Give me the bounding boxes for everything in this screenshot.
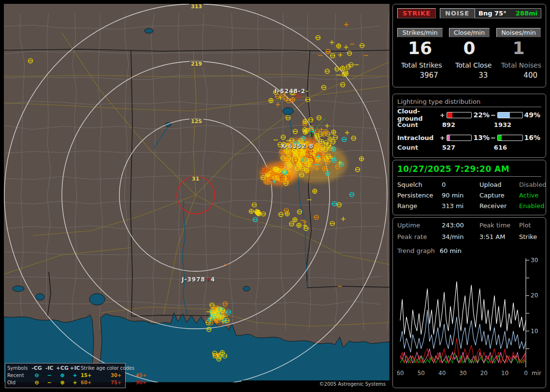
total-noises-value: 400 (523, 71, 541, 80)
range-ring-label: 31 (190, 176, 201, 182)
storm-cell-label: I-5248-2– (275, 88, 309, 95)
age-code-label: 60+ (81, 379, 111, 386)
legend-header: -CG (30, 364, 43, 372)
total-close-value: 33 (478, 71, 492, 80)
ic-neg-pct: 16% (524, 134, 541, 141)
stats-box: Uptime 243:00 Peak time Plot Peak rate 3… (392, 217, 546, 388)
strike-symbol-icon: ⊖ (30, 379, 43, 386)
distribution-box: Lightning type distribution Cloud-ground… (392, 94, 546, 158)
receiver-value: Enabled (519, 202, 546, 210)
storm-cell-label: X-6352-8 (281, 143, 314, 150)
uptime-value: 243:00 (442, 222, 479, 229)
squelch-value: 0 (442, 181, 479, 188)
ic-pos-count: 527 (442, 144, 494, 151)
capture-label: Capture (479, 192, 519, 199)
cg-pos-bar (447, 112, 472, 118)
strikes-per-min-value: 16 (397, 39, 443, 57)
age-code-label: 90+ (136, 379, 159, 386)
svg-text:20: 20 (480, 370, 488, 377)
age-code-label: 15+ (81, 372, 111, 379)
cg-pos-count: 892 (442, 121, 494, 128)
app-window: 31321912531I-5248-2–X-6352-8J-3978+4 Sym… (0, 0, 550, 392)
range-value: 313 mi (442, 202, 479, 210)
svg-text:30: 30 (459, 370, 466, 377)
intracloud-counts: Count 527 616 (397, 144, 541, 151)
noises-per-min-value: 1 (496, 39, 541, 57)
close-per-min-label: Close/min (449, 28, 490, 37)
bearing-label: Bng 75° (478, 10, 507, 17)
svg-text:60: 60 (397, 370, 404, 377)
svg-text:40: 40 (438, 370, 446, 377)
trend-graph-label: Trend graph (397, 247, 435, 254)
peak-time-value: 3:51 AM (479, 233, 519, 240)
strikes-per-min-label: Strikes/min (397, 28, 442, 37)
total-strikes-value: 3967 (420, 71, 442, 80)
datetime-display: 10/27/2025 7:29:20 AM (397, 164, 541, 177)
legend-header: +IC (69, 364, 81, 372)
copyright-text: ©2005 Astrogenic Systems (242, 380, 390, 388)
ic-neg-count: 616 (494, 144, 541, 151)
total-noises-label: Total Noises (501, 61, 541, 69)
svg-text:0: 0 (524, 370, 528, 377)
trend-chart-canvas: 1020306050403020100min (397, 256, 541, 378)
capture-value: Active (519, 192, 546, 199)
svg-text:min: min (532, 370, 541, 377)
bearing-display: Bng 75° 288mi (475, 8, 541, 18)
range-label: Range (397, 202, 442, 210)
strike-symbol-icon: + (69, 372, 81, 379)
trend-series (400, 281, 526, 338)
bearing-distance: 288mi (516, 10, 537, 17)
legend-age-header: Strike age color codes (81, 364, 159, 372)
receiver-label: Receiver (479, 202, 519, 210)
counters-box: STRIKE NOISE Bng 75° 288mi Strikes/min C… (392, 4, 546, 87)
intracloud-row: Intracloud + 13% − 16% (397, 133, 541, 142)
upload-label: Upload (479, 181, 519, 188)
range-ring-label: 125 (189, 119, 203, 125)
cg-pos-pct: 22% (473, 111, 490, 119)
range-ring-label: 219 (189, 61, 203, 67)
legend-row-label: Old (7, 379, 30, 386)
strike-symbol-icon: − (43, 379, 56, 386)
persistence-label: Persistence (397, 192, 442, 199)
persistence-value: 90 min (442, 192, 479, 199)
svg-text:10: 10 (501, 370, 508, 377)
total-close-label: Total Close (455, 61, 492, 69)
svg-text:10: 10 (531, 328, 538, 335)
noises-per-min-label: Noises/min (496, 28, 541, 37)
strike-symbol-icon: ⊕ (56, 379, 69, 386)
age-code-label: 45+ (136, 372, 159, 379)
svg-text:30: 30 (531, 257, 538, 264)
legend-header: +CG (56, 364, 69, 372)
plot-label: Plot (519, 222, 541, 229)
legend-header: -IC (43, 364, 56, 372)
total-strikes-label: Total Strikes (401, 61, 442, 69)
storm-cell-label: J-3978+4 (182, 276, 215, 283)
status-box: 10/27/2025 7:29:20 AM Squelch 0 Upload D… (392, 160, 546, 215)
upload-value: Disabled (519, 181, 546, 188)
cloud-ground-counts: Count 892 1932 (397, 121, 541, 128)
legend-header: Symbols (7, 364, 30, 372)
telemetry-panel: STRIKE NOISE Bng 75° 288mi Strikes/min C… (392, 4, 546, 388)
ic-neg-bar (497, 135, 523, 141)
legend-row-label: Recent (7, 372, 30, 379)
noise-button[interactable]: NOISE (440, 8, 475, 18)
squelch-label: Squelch (397, 181, 442, 188)
age-code-label: 75+ (111, 379, 136, 386)
strike-button[interactable]: STRIKE (397, 8, 436, 18)
close-per-min-value: 0 (447, 39, 492, 57)
age-code-label: 30+ (111, 372, 136, 379)
cloud-ground-row: Cloud-ground + 22% − 49% (397, 111, 541, 119)
symbol-legend: Symbols-CG-IC+CG+ICStrike age color code… (5, 363, 126, 388)
svg-text:50: 50 (418, 370, 425, 377)
cg-neg-pct: 49% (524, 111, 541, 119)
strike-symbol-icon: ⊕ (56, 372, 69, 379)
range-ring-label: 313 (189, 4, 203, 10)
peak-rate-value: 34/min (442, 233, 479, 240)
radar-map[interactable]: 31321912531I-5248-2–X-6352-8J-3978+4 (4, 4, 390, 382)
peak-time-label: Peak time (479, 222, 519, 229)
trend-graph: 1020306050403020100min (397, 256, 541, 384)
ic-pos-pct: 13% (473, 134, 490, 141)
plot-value: Strike (519, 233, 541, 240)
uptime-label: Uptime (397, 222, 442, 229)
trend-graph-value: 60 min (440, 247, 462, 254)
